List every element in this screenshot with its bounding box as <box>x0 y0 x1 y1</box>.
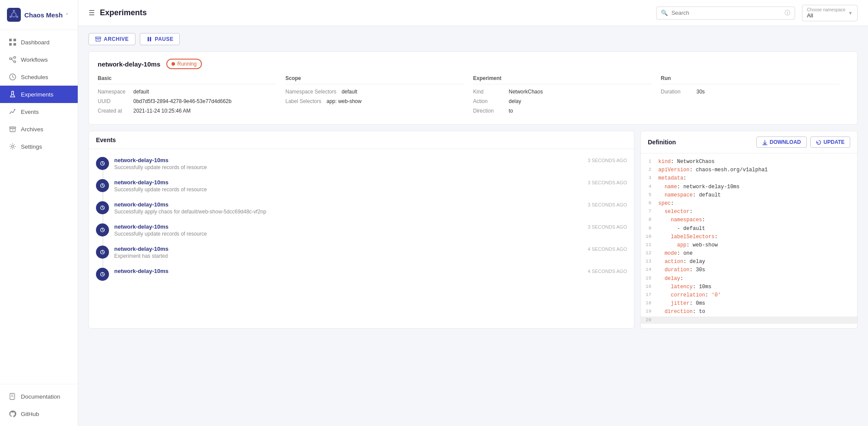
svg-rect-34 <box>150 37 151 41</box>
sidebar-item-label-dashboard: Dashboard <box>21 39 50 46</box>
code-line: 19 direction: to <box>641 308 857 316</box>
run-col: Run Duration 30s <box>661 75 848 117</box>
code-line: 8 namespaces: <box>641 216 857 224</box>
download-icon <box>762 140 768 145</box>
svg-line-15 <box>11 57 14 59</box>
line-number: 16 <box>641 283 657 291</box>
sidebar-item-experiments[interactable]: Experiments <box>0 86 78 103</box>
event-name: network-delay-10ms <box>114 268 583 274</box>
code-line: 13 action: delay <box>641 258 857 266</box>
event-avatar <box>96 157 109 170</box>
event-content: network-delay-10ms Successfully apply ch… <box>114 201 583 215</box>
github-icon <box>9 410 17 418</box>
code-line: 7 selector: <box>641 208 857 216</box>
search-box[interactable]: 🔍 ⓘ <box>656 7 795 20</box>
sidebar-item-documentation[interactable]: Documentation <box>0 388 78 405</box>
archive-button[interactable]: ARCHIVE <box>89 33 135 45</box>
logo-star: * <box>66 13 68 17</box>
definition-actions: DOWNLOAD UPDATE <box>756 136 850 148</box>
sidebar-item-label-workflows: Workflows <box>21 57 48 63</box>
event-time: 3 SECONDS AGO <box>588 180 627 185</box>
download-button[interactable]: DOWNLOAD <box>756 136 807 148</box>
line-content: app: web-show <box>657 241 857 250</box>
scope-col: Scope Namespace Selectors default Label … <box>285 75 473 117</box>
line-number: 17 <box>641 291 657 300</box>
line-content: labelSelectors: <box>657 233 857 241</box>
event-avatar <box>96 179 109 192</box>
ns-selectors-field: Namespace Selectors default <box>285 89 464 95</box>
archive-btn-icon <box>95 36 101 42</box>
event-avatar <box>96 246 109 259</box>
line-content: mode: one <box>657 250 857 258</box>
pause-button[interactable]: PAUSE <box>140 33 180 45</box>
code-line: 6 spec: <box>641 200 857 208</box>
archive-btn-label: ARCHIVE <box>104 36 129 42</box>
sidebar-item-label-documentation: Documentation <box>21 393 60 400</box>
event-item: network-delay-10ms Experiment has starte… <box>89 241 634 263</box>
sidebar-item-workflows[interactable]: Workflows <box>0 51 78 68</box>
event-content: network-delay-10ms Successfully update r… <box>114 179 583 193</box>
sidebar-item-label-github: GitHub <box>21 411 39 417</box>
svg-rect-29 <box>14 393 15 399</box>
direction-field: Direction to <box>473 108 652 114</box>
header-right: 🔍 ⓘ Choose namespace All ▼ <box>656 5 858 21</box>
experiment-name: network-delay-10ms <box>98 60 160 68</box>
line-number: 14 <box>641 266 657 274</box>
search-help-icon[interactable]: ⓘ <box>785 9 790 17</box>
run-col-header: Run <box>661 75 840 84</box>
status-dot <box>172 62 175 66</box>
archive-icon <box>9 125 17 133</box>
created-at-value: 2021-11-24 10:25:46 AM <box>133 108 191 114</box>
code-line: 18 jitter: 0ms <box>641 300 857 308</box>
kind-value: NetworkChaos <box>509 89 543 95</box>
line-number: 8 <box>641 216 657 224</box>
basic-col: Basic Namespace default UUID 0bd7d5f3-28… <box>98 75 285 117</box>
experiment-col: Experiment Kind NetworkChaos Action dela… <box>473 75 661 117</box>
line-content: delay: <box>657 275 857 283</box>
action-bar: ARCHIVE PAUSE <box>89 33 858 45</box>
sidebar-item-schedules[interactable]: Schedules <box>0 68 78 86</box>
code-line: 5 namespace: default <box>641 191 857 200</box>
event-desc: Successfully update records of resource <box>114 186 583 193</box>
menu-icon[interactable]: ☰ <box>89 9 95 17</box>
chaos-mesh-logo-icon <box>7 8 21 22</box>
experiment-detail-grid: Basic Namespace default UUID 0bd7d5f3-28… <box>98 75 848 117</box>
svg-rect-11 <box>13 43 16 46</box>
line-number: 7 <box>641 208 657 216</box>
line-number: 5 <box>641 191 657 200</box>
label-selectors-label: Label Selectors <box>285 98 321 104</box>
event-content: network-delay-10ms Successfully update r… <box>114 223 583 237</box>
namespace-select[interactable]: Choose namespace All ▼ <box>802 5 858 21</box>
line-content: apiVersion: chaos-mesh.org/v1alpha1 <box>657 166 857 174</box>
lower-panels: Events network-delay-10ms Successfully u… <box>89 131 858 329</box>
sidebar-item-dashboard[interactable]: Dashboard <box>0 33 78 51</box>
event-desc: Successfully update records of resource <box>114 164 583 170</box>
label-selectors-value: app: web-show <box>327 98 362 104</box>
event-avatar <box>96 201 109 214</box>
experiment-col-header: Experiment <box>473 75 652 84</box>
sidebar-item-archives[interactable]: Archives <box>0 120 78 138</box>
kind-field: Kind NetworkChaos <box>473 89 652 95</box>
svg-line-6 <box>16 16 17 16</box>
svg-rect-8 <box>9 39 12 41</box>
sidebar-item-github[interactable]: GitHub <box>0 405 78 423</box>
action-label: Action <box>473 98 504 104</box>
event-item: network-delay-10ms Successfully update r… <box>89 175 634 197</box>
sidebar-logo: Chaos Mesh* <box>0 0 78 30</box>
namespace-choose-label: Choose namespace <box>807 7 845 12</box>
duration-field: Duration 30s <box>661 89 840 95</box>
label-selectors-field: Label Selectors app: web-show <box>285 98 464 104</box>
sidebar-item-events[interactable]: Events <box>0 103 78 120</box>
experiment-card: network-delay-10ms Running Basic Namespa… <box>89 51 858 125</box>
duration-label: Duration <box>661 89 691 95</box>
svg-line-16 <box>11 59 14 62</box>
update-button[interactable]: UPDATE <box>810 136 850 148</box>
code-line: 4 name: network-delay-10ms <box>641 183 857 191</box>
sidebar-item-settings[interactable]: Settings <box>0 138 78 155</box>
update-btn-label: UPDATE <box>824 139 845 145</box>
search-input[interactable] <box>671 10 781 16</box>
sidebar-nav: Dashboard Workflows Schedules Experiment… <box>0 30 78 384</box>
status-badge: Running <box>166 59 202 69</box>
uuid-field: UUID 0bd7d5f3-2894-4278-9e46-53e77d4d662… <box>98 98 277 104</box>
definition-title: Definition <box>648 139 676 146</box>
